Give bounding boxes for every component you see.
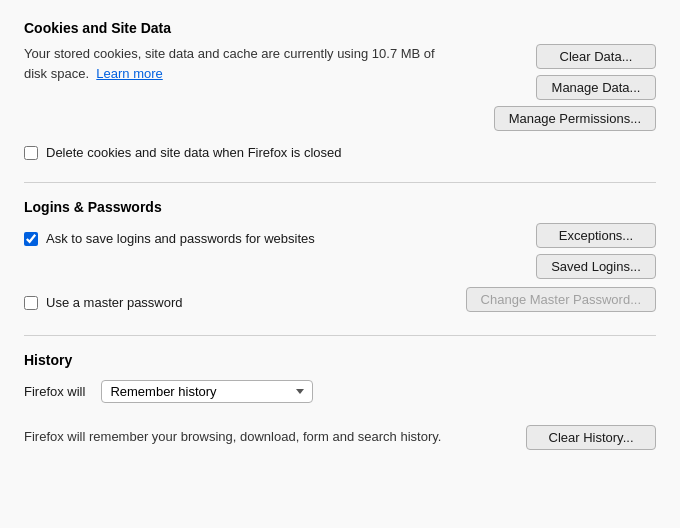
delete-cookies-row: Delete cookies and site data when Firefo… (24, 139, 656, 166)
history-select[interactable]: Remember history Never remember history … (101, 380, 313, 403)
change-master-password-button[interactable]: Change Master Password... (466, 287, 656, 312)
master-password-checkbox[interactable] (24, 296, 38, 310)
spacer (24, 407, 656, 417)
manage-permissions-button[interactable]: Manage Permissions... (494, 106, 656, 131)
ask-save-checkbox[interactable] (24, 232, 38, 246)
divider-1 (24, 182, 656, 183)
delete-cookies-checkbox[interactable] (24, 146, 38, 160)
history-bottom-row: Firefox will remember your browsing, dow… (24, 425, 656, 450)
firefox-will-label: Firefox will (24, 384, 85, 399)
logins-section: Logins & Passwords Ask to save logins an… (24, 199, 656, 319)
saved-logins-button[interactable]: Saved Logins... (536, 254, 656, 279)
history-select-wrapper: Firefox will Remember history Never reme… (24, 380, 313, 403)
history-title: History (24, 352, 656, 368)
master-password-buttons: Change Master Password... (466, 287, 656, 312)
delete-cookies-label[interactable]: Delete cookies and site data when Firefo… (46, 145, 342, 160)
learn-more-link[interactable]: Learn more (96, 66, 162, 81)
history-section: History Firefox will Remember history Ne… (24, 352, 656, 450)
clear-data-button[interactable]: Clear Data... (536, 44, 656, 69)
logins-ask-row: Ask to save logins and passwords for web… (24, 223, 656, 279)
logins-title: Logins & Passwords (24, 199, 656, 215)
ask-save-label[interactable]: Ask to save logins and passwords for web… (46, 229, 315, 249)
cookies-description-left: Your stored cookies, site data and cache… (24, 44, 460, 83)
divider-2 (24, 335, 656, 336)
logins-buttons: Exceptions... Saved Logins... (476, 223, 656, 279)
logins-ask-left: Ask to save logins and passwords for web… (24, 223, 460, 255)
cookies-section: Cookies and Site Data Your stored cookie… (24, 20, 656, 166)
master-password-left: Use a master password (24, 287, 450, 319)
master-password-row: Use a master password Change Master Pass… (24, 287, 656, 319)
cookies-description-row: Your stored cookies, site data and cache… (24, 44, 656, 131)
cookies-buttons: Clear Data... Manage Data... Manage Perm… (476, 44, 656, 131)
master-pw-checkbox-row: Use a master password (24, 287, 450, 319)
cookies-description-text: Your stored cookies, site data and cache… (24, 46, 435, 81)
master-password-label[interactable]: Use a master password (46, 293, 183, 313)
exceptions-button[interactable]: Exceptions... (536, 223, 656, 248)
cookies-title: Cookies and Site Data (24, 20, 656, 36)
history-control-row: Firefox will Remember history Never reme… (24, 376, 656, 407)
clear-history-button[interactable]: Clear History... (526, 425, 656, 450)
ask-save-row: Ask to save logins and passwords for web… (24, 223, 460, 255)
manage-data-button[interactable]: Manage Data... (536, 75, 656, 100)
history-description: Firefox will remember your browsing, dow… (24, 427, 441, 447)
